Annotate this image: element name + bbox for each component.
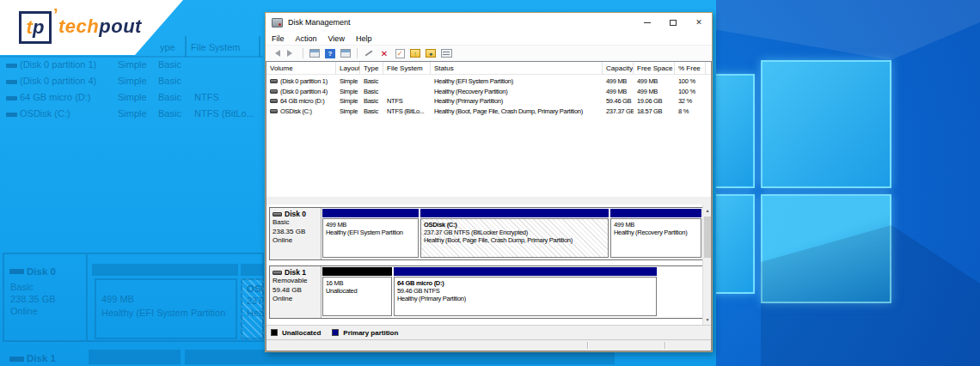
ghost-disk0-size: 238.35 GB: [10, 294, 56, 304]
disk-0-header[interactable]: Disk 0 Basic 238.35 GB Online: [270, 208, 322, 259]
volume-icon: [270, 79, 278, 83]
minimize-icon: [644, 22, 651, 23]
table-row[interactable]: OSDisk (C:) SimpleBasic NTFS (BitLo...He…: [266, 107, 711, 117]
col-file-system[interactable]: File System: [383, 62, 431, 75]
unallocated-partition-bar: [322, 267, 392, 276]
ghost-row-layout: Simple: [118, 76, 147, 86]
minimize-button[interactable]: [634, 13, 660, 32]
forward-button[interactable]: [285, 48, 297, 59]
ghost-row-fs: NTFS (BitLo...: [194, 108, 254, 119]
scroll-up-button[interactable]: ▲: [703, 204, 712, 216]
ghost-partition-box-selected: OSD 237 Heal: [241, 278, 264, 339]
menu-help[interactable]: Help: [356, 34, 372, 43]
scrollbar-thumb[interactable]: [704, 217, 711, 258]
window-title: Disk Management: [288, 18, 351, 27]
forward-icon: [287, 50, 296, 57]
table-row[interactable]: (Disk 0 partition 1) SimpleBasic Healthy…: [266, 76, 711, 87]
ghost-row-type: Basic: [158, 59, 181, 70]
ghost-partition-bar: [241, 264, 264, 276]
details-list-icon: [441, 49, 452, 58]
close-icon: ✕: [695, 19, 702, 27]
disk-management-icon: [272, 18, 283, 27]
ghost-volume-icon: [6, 113, 17, 117]
wallpaper-logo-pane-top-right: [761, 60, 891, 188]
ghost-disk0-label-divider: [86, 254, 88, 340]
show-hide-panes-button[interactable]: [340, 48, 352, 59]
ghost-row-layout: Simple: [118, 92, 147, 102]
ghost-disk0-status: Online: [10, 306, 38, 316]
disk-1-header[interactable]: Disk 1 Removable 59.48 GB Online: [270, 266, 322, 318]
ghost-row-fs: NTFS: [194, 92, 219, 102]
techpout-apostrophe: ’: [53, 5, 58, 25]
toolbar-separator: [303, 48, 303, 58]
partition-recovery[interactable]: 499 MB Healthy (Recovery Partition): [610, 209, 701, 259]
ghost-row-type: Basic: [158, 92, 181, 102]
vertical-scrollbar[interactable]: ▲ ▼: [702, 204, 711, 325]
col-type[interactable]: Type: [360, 62, 383, 75]
back-icon: [272, 50, 280, 57]
console-window-icon: [340, 49, 351, 58]
menu-file[interactable]: File: [272, 34, 285, 43]
ghost-disk0-name: Disk 0: [27, 266, 56, 277]
ghost-row-type: Basic: [158, 108, 181, 119]
ghost-partition-bar: [92, 264, 238, 276]
volume-icon: [270, 89, 278, 94]
folder-up-icon: ↑: [410, 49, 420, 58]
scroll-down-button[interactable]: ▼: [703, 314, 712, 325]
disk-0-partitions: 499 MB Healthy (EFI System Partition OSD…: [322, 208, 703, 259]
toolbar: ? ✕ ✓ ↑ ●: [266, 46, 712, 61]
partition-efi-system[interactable]: 499 MB Healthy (EFI System Partition: [322, 209, 419, 259]
ghost-header-type: ype: [160, 42, 175, 52]
desktop: ype File System (Disk 0 partition 1) Sim…: [0, 0, 980, 366]
pane-splitter[interactable]: [266, 197, 711, 204]
col-capacity[interactable]: Capacity: [603, 62, 634, 75]
col-layout[interactable]: Layout: [336, 62, 360, 75]
col-status[interactable]: Status: [431, 62, 603, 75]
ghost-row-layout: Simple: [118, 108, 147, 119]
ghost-disk-icon: [9, 357, 24, 362]
volume-table-header[interactable]: Volume Layout Type File System Status Ca…: [266, 62, 711, 75]
primary-partition-legend-label: Primary partition: [343, 329, 398, 337]
status-bar-divider: [587, 342, 588, 349]
ghost-row-type: Basic: [158, 76, 181, 86]
partition-unallocated[interactable]: 16 MB Unallocated: [322, 267, 392, 317]
folder-find-button[interactable]: ●: [425, 48, 437, 59]
primary-partition-legend-swatch: [332, 329, 339, 336]
table-row[interactable]: (Disk 0 partition 4) SimpleBasic Healthy…: [266, 87, 711, 97]
ghost-row-volume: OSDisk (C:): [20, 108, 70, 119]
status-bar: [266, 339, 711, 351]
wand-icon: [364, 50, 372, 56]
disk-1-partitions: 16 MB Unallocated 64 GB micro (D:) 59.46…: [322, 266, 703, 318]
disk-icon: [273, 212, 282, 217]
col-free-space[interactable]: Free Space: [634, 62, 675, 75]
close-button[interactable]: ✕: [686, 13, 712, 32]
ghost-volume-icon: [6, 80, 17, 84]
properties-check-button[interactable]: ✓: [394, 48, 406, 59]
maximize-button[interactable]: [660, 13, 686, 32]
primary-partition-bar: [394, 267, 657, 276]
delete-button[interactable]: ✕: [378, 48, 390, 59]
folder-find-icon: ●: [426, 49, 436, 58]
col-pct-free[interactable]: % Free: [675, 62, 706, 75]
console-tree-button[interactable]: [309, 48, 321, 59]
disk-management-window: Disk Management ✕ File Action View Help …: [265, 12, 713, 352]
title-bar[interactable]: Disk Management ✕: [266, 13, 712, 32]
table-row[interactable]: 64 GB micro (D:) SimpleBasic NTFSHealthy…: [266, 96, 711, 107]
ghost-partition-bar: [89, 350, 181, 364]
partition-64gb-micro-d[interactable]: 64 GB micro (D:) 59.46 GB NTFS Healthy (…: [394, 267, 657, 317]
disk-1-row: Disk 1 Removable 59.48 GB Online 16 MB U…: [269, 265, 704, 319]
ghost-disk1-name: Disk 1: [27, 353, 56, 363]
partition-osdisk-c[interactable]: OSDisk (C:) 237.37 GB NTFS (BitLocker En…: [420, 209, 609, 259]
menu-view[interactable]: View: [328, 34, 345, 43]
delete-icon: ✕: [381, 49, 388, 58]
details-view-button[interactable]: [440, 48, 452, 59]
legend-bar: Unallocated Primary partition: [266, 325, 711, 339]
help-button[interactable]: ?: [324, 48, 336, 59]
back-button[interactable]: [270, 48, 282, 59]
maximize-icon: [670, 20, 677, 26]
menu-action[interactable]: Action: [296, 34, 317, 43]
unallocated-legend-swatch: [271, 329, 278, 336]
folder-up-button[interactable]: ↑: [409, 48, 421, 59]
rescan-button[interactable]: [363, 48, 375, 59]
col-volume[interactable]: Volume: [266, 62, 336, 75]
